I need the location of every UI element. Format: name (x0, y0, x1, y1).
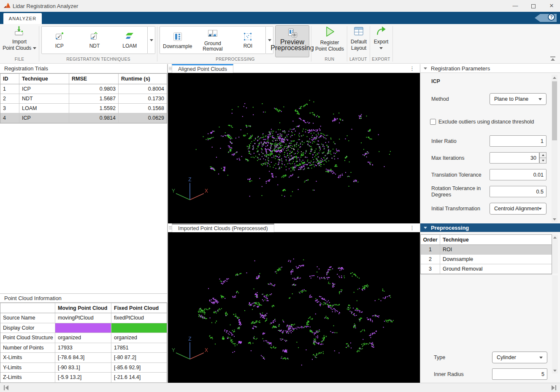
table-cell[interactable]: Source Name (0, 313, 55, 323)
table-row[interactable]: 3LOAM1.55920.1568 (0, 104, 167, 113)
table-cell[interactable]: 3 (0, 104, 19, 113)
table-cell[interactable]: organized (55, 333, 111, 343)
table-cell[interactable]: 1 (0, 84, 19, 94)
table-cell[interactable]: ROI (440, 245, 552, 254)
table-cell[interactable]: 0.8004 (119, 84, 167, 94)
ground-removal-button[interactable]: Ground Removal (197, 27, 228, 53)
initial-transformation-dropdown[interactable]: Centroid Alignment (490, 203, 546, 215)
table-cell[interactable]: Ground Removal (440, 264, 552, 274)
register-point-clouds-button[interactable]: Register Point Clouds (313, 25, 346, 59)
table-cell[interactable]: Y-Limits (0, 363, 55, 373)
table-cell[interactable]: 4 (0, 113, 19, 123)
column-header-id[interactable]: ID (0, 74, 19, 84)
loam-button[interactable]: LOAM (114, 27, 145, 53)
skip-to-start-icon[interactable] (3, 384, 10, 392)
column-header-technique[interactable]: Technique (19, 74, 69, 84)
registration-gallery-expand-button[interactable] (148, 26, 155, 54)
table-cell[interactable]: 3 (421, 264, 440, 274)
scrollbar-thumb[interactable] (552, 81, 557, 140)
tab-imported-point-clouds[interactable]: Imported Point Clouds (Preprocessed) (172, 223, 274, 232)
column-header-runtime[interactable]: Runtime (s) (119, 74, 167, 84)
maximize-button[interactable] (525, 0, 542, 12)
drag-grip-icon[interactable] (169, 66, 172, 71)
table-row[interactable]: Number of Points1793317851 (0, 343, 167, 353)
collapse-section-icon[interactable] (424, 227, 427, 229)
table-cell[interactable]: movingPtCloud (55, 313, 111, 323)
collapse-section-icon[interactable] (424, 67, 427, 70)
preview-preprocessing-button[interactable]: Preview Preprocessing (275, 25, 309, 57)
parameters-scrollbar[interactable] (552, 75, 557, 222)
table-row[interactable]: X-Limits[-78.6 84.3][-80 87.2] (0, 353, 167, 363)
table-row[interactable]: Display Color (0, 323, 167, 333)
minimize-button[interactable]: — (507, 0, 524, 12)
column-header-pre-technique[interactable]: Technique (440, 235, 552, 244)
table-cell[interactable]: ICP (19, 113, 69, 123)
tab-aligned-point-clouds[interactable]: Aligned Point Clouds (172, 64, 233, 73)
table-row[interactable]: Z-Limits[-5.9 13.2][-21.6 14.4] (0, 373, 167, 383)
scroll-down-arrow[interactable] (552, 368, 558, 373)
registration-parameters-header[interactable]: Registration Parameters (420, 64, 560, 73)
table-cell[interactable]: 17851 (111, 343, 167, 353)
table-cell[interactable]: Point Cloud Structure (0, 333, 55, 343)
icp-button[interactable]: ICP (44, 27, 75, 53)
table-row[interactable]: Source NamemovingPtCloudfixedPtCloud (0, 313, 167, 323)
table-cell[interactable]: Downsample (440, 255, 552, 264)
type-dropdown[interactable]: Cylinder (492, 352, 547, 363)
scroll-up-arrow[interactable] (552, 234, 558, 240)
method-dropdown[interactable]: Plane to Plane (490, 93, 546, 105)
table-cell[interactable]: LOAM (19, 104, 69, 113)
table-cell[interactable]: NDT (19, 94, 69, 103)
kebab-menu-icon[interactable]: ⋮ (409, 223, 415, 232)
skip-to-end-icon[interactable] (550, 384, 557, 392)
export-button[interactable]: Export (371, 25, 391, 59)
inner-radius-input[interactable] (492, 368, 547, 380)
table-cell[interactable]: fixedPtCloud (111, 313, 167, 323)
preprocessing-scrollbar[interactable] (552, 275, 558, 373)
spinner-down-button[interactable] (539, 158, 546, 164)
table-cell[interactable]: 1 (421, 245, 440, 254)
spinner-up-button[interactable] (539, 152, 546, 158)
table-row[interactable]: Y-Limits[-90 83.1][-85.6 92.9] (0, 363, 167, 373)
table-cell[interactable]: [-80 87.2] (111, 353, 167, 362)
table-cell[interactable]: 0.1568 (119, 104, 167, 113)
tab-analyzer[interactable]: ANALYZER (3, 13, 42, 24)
table-cell[interactable]: 0.1730 (119, 94, 167, 103)
exclude-outliers-checkbox[interactable] (430, 119, 436, 125)
fixed-color-swatch[interactable] (111, 323, 167, 333)
table-cell[interactable]: 0.9803 (69, 84, 119, 94)
table-cell[interactable]: 17933 (55, 343, 111, 353)
table-cell[interactable]: organized (111, 333, 167, 343)
scroll-down-arrow[interactable] (552, 216, 557, 222)
table-cell[interactable]: X-Limits (0, 353, 55, 362)
table-cell[interactable]: Display Color (0, 323, 55, 333)
table-row[interactable]: Point Cloud Structureorganizedorganized (0, 333, 167, 343)
drag-grip-icon[interactable] (169, 226, 172, 230)
column-header-order[interactable]: Order (421, 235, 440, 244)
table-cell[interactable]: ICP (19, 84, 69, 94)
table-row[interactable]: 3Ground Removal (421, 264, 552, 274)
table-cell[interactable]: [-5.9 13.2] (55, 373, 111, 382)
table-row[interactable]: 2Downsample (421, 255, 552, 264)
import-point-clouds-button[interactable]: Import Point Clouds (2, 25, 37, 59)
moving-color-swatch[interactable] (55, 323, 111, 333)
kebab-menu-icon[interactable]: ⋮ (409, 64, 415, 73)
rotation-tolerance-input[interactable] (490, 186, 546, 197)
table-cell[interactable]: 2 (421, 255, 440, 264)
roi-button[interactable]: ROI (233, 27, 263, 53)
translation-tolerance-input[interactable] (490, 169, 546, 180)
table-cell[interactable]: 1.5687 (69, 94, 119, 103)
scroll-up-arrow[interactable] (552, 75, 557, 81)
table-cell[interactable]: Z-Limits (0, 373, 55, 382)
inlier-ratio-input[interactable] (490, 135, 546, 147)
preprocessing-table-scrollbar[interactable] (552, 234, 558, 274)
column-header-rmse[interactable]: RMSE (69, 74, 119, 84)
table-cell[interactable]: 0.9814 (69, 113, 119, 123)
table-cell[interactable]: [-85.6 92.9] (111, 363, 167, 373)
ndt-button[interactable]: NDT (79, 27, 110, 53)
default-layout-button[interactable]: Default Layout (349, 25, 369, 59)
preprocessing-header[interactable]: Preprocessing (420, 223, 560, 232)
table-cell[interactable]: [-21.6 14.4] (111, 373, 167, 382)
table-cell[interactable]: [-90 83.1] (55, 363, 111, 373)
max-iterations-input[interactable] (490, 152, 539, 164)
table-row[interactable]: 1ICP0.98030.8004 (0, 84, 167, 94)
